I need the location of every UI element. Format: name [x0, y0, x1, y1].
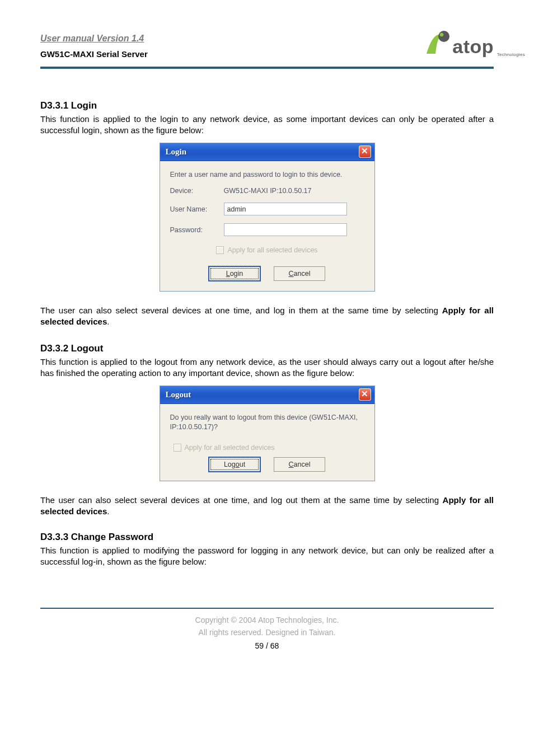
document-header: User manual Version 1.4 GW51C-MAXI Seria… — [40, 34, 494, 69]
password-label: Password: — [170, 226, 218, 234]
logout-button[interactable]: Logout — [209, 457, 260, 472]
section-heading-login: D3.3.1 Login — [40, 100, 494, 111]
logo-subtext: Technologies — [497, 53, 525, 57]
section-para-changepw: This function is applied to modifying th… — [40, 545, 494, 567]
username-label: User Name: — [170, 205, 218, 213]
cancel-button[interactable]: Cancel — [274, 457, 325, 472]
logout-dialog-title: Logout — [166, 390, 191, 400]
logout-prompt: Do you really want to logout from this d… — [170, 413, 364, 432]
apply-all-checkbox[interactable] — [174, 444, 181, 452]
section-para-logout: This function is applied to the logout f… — [40, 356, 494, 379]
apply-all-checkbox[interactable] — [216, 246, 224, 254]
svg-point-1 — [440, 33, 443, 36]
section-heading-changepw: D3.3.3 Change Password — [40, 532, 494, 543]
logo-text: atop Technologies — [452, 37, 494, 56]
page-footer: Copyright © 2004 Atop Technologies, Inc.… — [40, 608, 494, 668]
close-icon[interactable]: ✕ — [359, 145, 371, 158]
section-para-login: This function is applied to the login to… — [40, 114, 494, 136]
login-dialog-titlebar: Login ✕ — [160, 143, 374, 161]
device-value: GW51C-MAXI IP:10.0.50.17 — [224, 187, 312, 195]
section-heading-logout: D3.3.2 Logout — [40, 343, 494, 354]
login-dialog: Login ✕ Enter a user name and password t… — [160, 143, 375, 292]
device-label: Device: — [170, 187, 218, 195]
login-dialog-title: Login — [166, 147, 187, 157]
svg-point-0 — [438, 31, 449, 42]
brand-logo: atop Technologies — [424, 29, 494, 56]
logo-icon — [424, 29, 451, 56]
logout-dialog: Logout ✕ Do you really want to logout fr… — [160, 386, 375, 482]
apply-all-label: Apply for all selected devices — [227, 246, 317, 254]
login-button[interactable]: Login — [209, 266, 260, 281]
logout-dialog-titlebar: Logout ✕ — [160, 386, 374, 404]
page-number: 59 / 68 — [40, 641, 494, 650]
password-field[interactable] — [224, 223, 347, 236]
username-field[interactable] — [224, 203, 347, 215]
rights-line: All rights reserved. Designed in Taiwan. — [40, 628, 494, 637]
login-after-para: The user can also select several devices… — [40, 305, 494, 327]
cancel-button[interactable]: Cancel — [274, 266, 325, 281]
login-prompt: Enter a user name and password to login … — [170, 170, 364, 180]
manual-version: User manual Version 1.4 — [40, 34, 148, 44]
apply-all-label: Apply for all selected devices — [185, 444, 275, 452]
close-icon[interactable]: ✕ — [359, 388, 371, 401]
product-name: GW51C-MAXI Serial Server — [40, 49, 148, 59]
logout-after-para: The user can also select several devices… — [40, 495, 494, 517]
copyright-line: Copyright © 2004 Atop Technologies, Inc. — [40, 616, 494, 624]
